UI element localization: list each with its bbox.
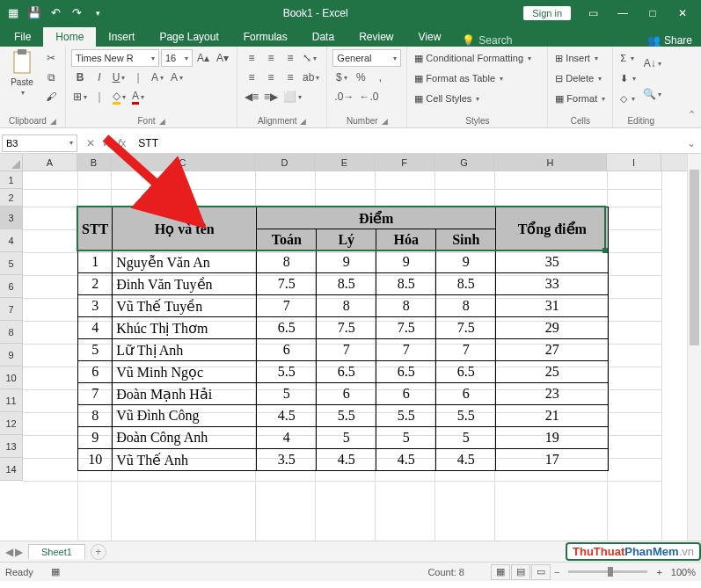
tab-file[interactable]: File — [2, 27, 43, 47]
tab-data[interactable]: Data — [300, 27, 347, 47]
row-header-7[interactable]: 7 — [0, 298, 22, 321]
row-header-5[interactable]: 5 — [0, 252, 22, 275]
page-break-icon[interactable]: ▭ — [531, 564, 551, 580]
vertical-scrollbar[interactable] — [687, 154, 701, 541]
fill-button[interactable]: ⬇▾ — [618, 69, 638, 87]
tab-insert[interactable]: Insert — [96, 27, 147, 47]
row-header-4[interactable]: 4 — [0, 229, 22, 252]
row-header-1[interactable]: 1 — [0, 171, 22, 189]
close-icon[interactable]: ✕ — [668, 4, 697, 23]
orientation-icon[interactable]: ⤡▾ — [301, 49, 318, 67]
tab-view[interactable]: View — [406, 27, 454, 47]
row-header-6[interactable]: 6 — [0, 275, 22, 298]
col-header-H[interactable]: H — [494, 154, 607, 171]
format-as-table-button[interactable]: ▦Format as Table▾ — [413, 69, 533, 87]
row-header-11[interactable]: 11 — [0, 389, 22, 412]
conditional-formatting-button[interactable]: ▦Conditional Formatting▾ — [413, 49, 533, 67]
expand-formula-icon[interactable]: ⌄ — [682, 137, 701, 149]
row-header-8[interactable]: 8 — [0, 321, 22, 344]
decrease-indent-icon[interactable]: ◀≡ — [243, 88, 260, 105]
autosum-button[interactable]: Σ▾ — [618, 49, 638, 67]
insert-cells-button[interactable]: ⊞Insert▾ — [553, 49, 607, 67]
minimize-icon[interactable]: — — [608, 4, 638, 23]
tab-page-layout[interactable]: Page Layout — [147, 27, 230, 47]
prev-sheet-icon[interactable]: ◀ — [5, 546, 13, 558]
tab-formulas[interactable]: Formulas — [231, 27, 300, 47]
font-name-combo[interactable]: Times New R▾ — [71, 49, 159, 67]
col-header-G[interactable]: G — [434, 154, 494, 171]
clear-button[interactable]: ◇▾ — [618, 90, 638, 107]
shrink-font-a-icon[interactable]: A▾ — [168, 69, 186, 86]
align-left-icon[interactable]: ≡ — [243, 69, 260, 86]
row-header-13[interactable]: 13 — [0, 435, 22, 458]
zoom-level[interactable]: 100% — [671, 567, 696, 577]
customize-qa-icon[interactable]: ▾ — [88, 4, 107, 23]
borders-icon[interactable]: ⊞▾ — [71, 88, 89, 105]
accounting-icon[interactable]: $▾ — [332, 69, 350, 86]
dialog-launcher-icon[interactable]: ◢ — [50, 117, 56, 126]
redo-icon[interactable]: ↷ — [67, 4, 86, 23]
ribbon-display-icon[interactable]: ▭ — [578, 4, 608, 23]
italic-icon[interactable]: I — [91, 69, 108, 86]
signin-button[interactable]: Sign in — [523, 6, 571, 20]
cell-styles-button[interactable]: ▦Cell Styles▾ — [413, 90, 533, 107]
format-cells-button[interactable]: ▦Format▾ — [553, 90, 607, 107]
cut-icon[interactable]: ✂ — [42, 49, 60, 67]
font-color-icon[interactable]: A▾ — [129, 88, 147, 105]
zoom-in-icon[interactable]: + — [653, 567, 665, 577]
decrease-font-icon[interactable]: A▾ — [214, 49, 231, 67]
merge-center-icon[interactable]: ⬜▾ — [281, 88, 303, 105]
number-format-combo[interactable]: General▾ — [332, 49, 401, 67]
increase-decimal-icon[interactable]: .0→ — [332, 88, 355, 105]
paste-button[interactable]: Paste ▾ — [5, 49, 39, 97]
tab-review[interactable]: Review — [347, 27, 405, 47]
align-top-icon[interactable]: ≡ — [243, 49, 260, 67]
find-select-icon[interactable]: 🔍▾ — [641, 80, 663, 108]
decrease-decimal-icon[interactable]: ←.0 — [357, 88, 380, 105]
tell-me-search[interactable]: 💡Search — [453, 34, 521, 47]
increase-indent-icon[interactable]: ≡▶ — [262, 88, 280, 105]
row-header-12[interactable]: 12 — [0, 412, 22, 435]
name-box[interactable]: B3▾ — [2, 134, 77, 152]
collapse-ribbon-icon[interactable]: ⌃ — [688, 109, 696, 120]
underline-icon[interactable]: U▾ — [110, 69, 128, 86]
tab-home[interactable]: Home — [43, 27, 96, 47]
col-header-F[interactable]: F — [375, 154, 434, 171]
normal-view-icon[interactable]: ▦ — [491, 564, 510, 580]
align-bottom-icon[interactable]: ≡ — [281, 49, 299, 67]
fill-color-icon[interactable]: ◇▾ — [110, 88, 128, 105]
maximize-icon[interactable]: □ — [638, 4, 668, 23]
dialog-launcher-icon[interactable]: ◢ — [300, 117, 306, 126]
page-layout-icon[interactable]: ▤ — [511, 564, 530, 580]
dialog-launcher-icon[interactable]: ◢ — [159, 117, 165, 126]
sheet-tab-sheet1[interactable]: Sheet1 — [28, 544, 85, 559]
row-header-3[interactable]: 3 — [0, 207, 22, 229]
row-header-9[interactable]: 9 — [0, 344, 22, 367]
formula-input[interactable]: STT — [135, 137, 682, 149]
format-painter-icon[interactable]: 🖌 — [42, 88, 60, 105]
col-header-E[interactable]: E — [315, 154, 375, 171]
row-header-14[interactable]: 14 — [0, 458, 22, 481]
row-header-10[interactable]: 10 — [0, 367, 22, 389]
new-sheet-button[interactable]: + — [91, 544, 106, 560]
bold-icon[interactable]: B — [71, 69, 89, 86]
sort-filter-icon[interactable]: A↓▾ — [641, 49, 663, 77]
row-header-2[interactable]: 2 — [0, 189, 22, 207]
zoom-slider[interactable] — [568, 570, 647, 573]
zoom-out-icon[interactable]: − — [551, 567, 563, 577]
copy-icon[interactable]: ⧉ — [42, 69, 60, 86]
select-all-button[interactable] — [0, 154, 23, 171]
percent-icon[interactable]: % — [352, 69, 369, 86]
save-icon[interactable]: 💾 — [25, 4, 44, 23]
share-button[interactable]: 👥Share — [640, 34, 699, 47]
next-sheet-icon[interactable]: ▶ — [15, 546, 23, 558]
font-size-combo[interactable]: 16▾ — [161, 49, 193, 67]
align-right-icon[interactable]: ≡ — [281, 69, 299, 86]
delete-cells-button[interactable]: ⊟Delete▾ — [553, 69, 607, 87]
undo-icon[interactable]: ↶ — [46, 4, 65, 23]
grow-font-a-icon[interactable]: A▾ — [149, 69, 166, 86]
align-middle-icon[interactable]: ≡ — [262, 49, 280, 67]
increase-font-icon[interactable]: A▴ — [194, 49, 212, 67]
comma-icon[interactable]: , — [371, 69, 389, 86]
cancel-formula-icon[interactable]: ✕ — [86, 137, 95, 149]
